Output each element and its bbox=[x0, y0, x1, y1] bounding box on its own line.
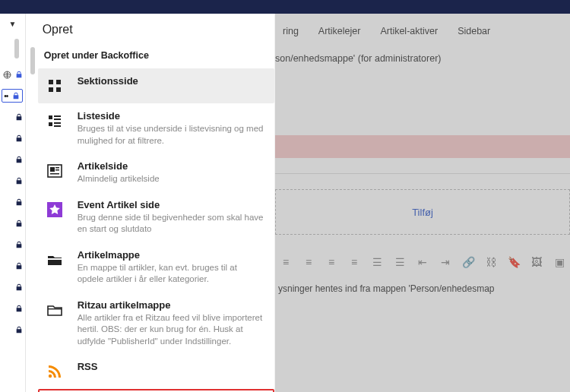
divider bbox=[275, 173, 570, 174]
grid-icon bbox=[44, 75, 65, 96]
lock-icon bbox=[15, 71, 23, 78]
item-title: Artikelmappe bbox=[78, 249, 265, 261]
lock-icon bbox=[15, 241, 23, 248]
rail-item[interactable] bbox=[2, 280, 23, 294]
globe-icon bbox=[3, 71, 11, 79]
rss-icon bbox=[44, 361, 65, 382]
svg-rect-8 bbox=[49, 122, 52, 126]
tree-rail: ▼ •• bbox=[0, 14, 26, 392]
add-dropzone[interactable]: Tilføj bbox=[275, 189, 570, 235]
helper-text-partial: ysninger hentes ind fra mappen 'Person/e… bbox=[275, 276, 570, 302]
more-icon: •• bbox=[4, 92, 8, 100]
svg-rect-3 bbox=[49, 87, 53, 92]
anchor-icon[interactable]: 🔖 bbox=[508, 256, 520, 268]
unlink-icon[interactable]: ⛓ bbox=[485, 256, 497, 268]
svg-rect-2 bbox=[56, 80, 61, 84]
item-desc: Almindelig artikelside bbox=[78, 173, 160, 185]
content-area: ring Artikelejer Artikel-aktiver Sidebar… bbox=[275, 14, 570, 392]
item-title: Event Artikel side bbox=[78, 199, 265, 210]
item-title: Sektionsside bbox=[78, 75, 138, 87]
rail-item-selected[interactable]: •• bbox=[2, 89, 23, 103]
svg-rect-15 bbox=[50, 173, 59, 175]
svg-rect-10 bbox=[54, 125, 61, 127]
indent-icon[interactable]: ⇥ bbox=[439, 256, 451, 268]
lock-icon bbox=[15, 283, 23, 291]
svg-rect-7 bbox=[54, 119, 61, 120]
folder-outline-icon bbox=[44, 299, 65, 321]
rail-item[interactable] bbox=[2, 131, 23, 145]
folder-icon bbox=[44, 249, 65, 270]
doctype-sektionsside[interactable]: Sektionsside bbox=[38, 68, 274, 103]
list-icon bbox=[44, 110, 65, 131]
align-justify-icon[interactable]: ≡ bbox=[348, 256, 360, 268]
lock-icon bbox=[15, 134, 23, 142]
lock-icon bbox=[15, 177, 23, 185]
news-icon bbox=[44, 160, 65, 182]
rail-item[interactable] bbox=[2, 302, 23, 315]
panel-title: Opret bbox=[26, 14, 274, 47]
rte-toolbar: ≡ ≡ ≡ ≡ ☰ ☰ ⇤ ⇥ 🔗 ⛓ 🔖 🖼 ▣ bbox=[275, 235, 570, 276]
tab-sidebar[interactable]: Sidebar bbox=[458, 26, 490, 36]
svg-rect-13 bbox=[55, 167, 59, 169]
tab-artikelejer[interactable]: Artikelejer bbox=[318, 26, 361, 36]
tab-ring[interactable]: ring bbox=[283, 26, 299, 36]
scrollbar-thumb[interactable] bbox=[14, 39, 19, 58]
rail-item-root[interactable] bbox=[2, 68, 23, 81]
lock-icon bbox=[12, 92, 20, 100]
doctype-artikelmappe[interactable]: Artikelmappe En mappe til artikler, kan … bbox=[38, 242, 274, 292]
image-icon[interactable]: 🖼 bbox=[530, 256, 543, 268]
svg-rect-6 bbox=[54, 115, 61, 117]
doctype-person-enhed-mappe[interactable]: Person / enhed mappe Beskrivesle bbox=[38, 389, 274, 392]
lock-icon bbox=[15, 305, 23, 312]
content-tabs: ring Artikelejer Artikel-aktiver Sidebar bbox=[275, 14, 570, 50]
lock-icon bbox=[15, 220, 23, 227]
doctype-event-artikel[interactable]: Event Artikel side Brug denne side til b… bbox=[38, 192, 274, 242]
item-title: Listeside bbox=[78, 110, 265, 122]
lock-icon bbox=[15, 198, 23, 206]
svg-rect-1 bbox=[49, 80, 53, 84]
rail-item[interactable] bbox=[2, 195, 23, 209]
rail-item[interactable] bbox=[2, 153, 23, 166]
lock-icon bbox=[15, 113, 23, 121]
lock-icon bbox=[15, 156, 23, 163]
item-title: Ritzau artikelmappe bbox=[78, 299, 265, 311]
svg-point-19 bbox=[48, 375, 51, 378]
rail-item[interactable] bbox=[2, 323, 23, 337]
number-list-icon[interactable]: ☰ bbox=[394, 256, 406, 268]
svg-rect-5 bbox=[49, 115, 52, 119]
collapse-chevron-icon[interactable]: ▼ bbox=[8, 20, 16, 28]
doctype-listeside[interactable]: Listeside Bruges til at vise underside i… bbox=[38, 103, 274, 153]
item-title: RSS bbox=[78, 361, 98, 372]
doctype-artikelside[interactable]: Artikelside Almindelig artikelside bbox=[38, 153, 274, 192]
rail-item[interactable] bbox=[2, 217, 23, 230]
star-badge-icon bbox=[44, 199, 65, 220]
item-desc: Bruges til at vise underside i listevisn… bbox=[78, 123, 265, 147]
rail-item[interactable] bbox=[2, 174, 23, 188]
link-icon[interactable]: 🔗 bbox=[462, 256, 474, 268]
align-center-icon[interactable]: ≡ bbox=[302, 256, 315, 268]
item-desc: Alle artikler fra et Ritzau feed vil bli… bbox=[78, 312, 265, 348]
tab-artikel-aktiver[interactable]: Artikel-aktiver bbox=[380, 26, 438, 36]
validation-bar bbox=[275, 135, 570, 158]
item-desc: En mappe til artikler, kan evt. bruges t… bbox=[78, 262, 265, 286]
item-desc: Brug denne side til begivenheder som ska… bbox=[78, 212, 265, 236]
section-title: Opret under Backoffice bbox=[38, 47, 274, 68]
rail-item[interactable] bbox=[2, 238, 23, 251]
item-title: Artikelside bbox=[78, 160, 160, 172]
svg-rect-9 bbox=[54, 122, 61, 124]
svg-rect-4 bbox=[56, 87, 61, 92]
outdent-icon[interactable]: ⇤ bbox=[416, 256, 429, 268]
bullet-list-icon[interactable]: ☰ bbox=[371, 256, 383, 268]
add-label: Tilføj bbox=[412, 207, 433, 218]
rail-item[interactable] bbox=[2, 259, 23, 273]
align-left-icon[interactable]: ≡ bbox=[280, 256, 292, 268]
lock-icon bbox=[15, 326, 23, 334]
field-label-partial: son/enhedsmappe' (for administratorer) bbox=[275, 50, 570, 64]
align-right-icon[interactable]: ≡ bbox=[325, 256, 337, 268]
svg-rect-17 bbox=[48, 258, 62, 260]
doctype-rss[interactable]: RSS bbox=[38, 354, 274, 389]
doctype-ritzau-mappe[interactable]: Ritzau artikelmappe Alle artikler fra et… bbox=[38, 292, 274, 355]
rail-item[interactable] bbox=[2, 110, 23, 124]
create-panel: Opret Opret under Backoffice Sektionssid… bbox=[26, 14, 275, 392]
embed-icon[interactable]: ▣ bbox=[553, 256, 565, 268]
